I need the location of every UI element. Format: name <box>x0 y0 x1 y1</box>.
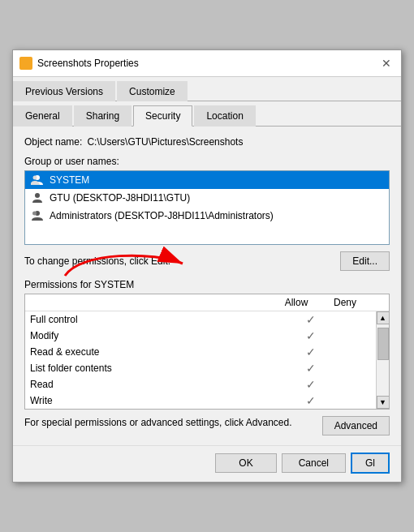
list-item-admins[interactable]: Administrators (DESKTOP-J8HDI11\Administ… <box>25 207 389 225</box>
perm-allow: ✓ <box>287 345 335 358</box>
perm-allow: ✓ <box>287 329 335 342</box>
title-bar: Screenshots Properties ✕ <box>13 50 401 77</box>
permissions-table: Allow Deny Full control ✓ Modify ✓ Read … <box>24 294 390 410</box>
perm-row-modify: Modify ✓ <box>25 328 389 344</box>
perm-name: Read & execute <box>30 346 287 358</box>
svg-point-6 <box>32 212 37 216</box>
col-allow: Allow <box>272 297 321 308</box>
tab-general[interactable]: General <box>13 105 72 127</box>
edit-button[interactable]: Edit... <box>340 251 390 271</box>
group-label: Group or user names: <box>24 156 390 167</box>
tab-row-1: Previous Versions Customize <box>13 77 401 101</box>
advanced-row: For special permissions or advanced sett… <box>24 416 390 435</box>
tab-row-2: General Sharing Security Location <box>13 101 401 127</box>
title-bar-left: Screenshots Properties <box>19 57 139 70</box>
permissions-header: Allow Deny <box>25 294 389 311</box>
close-button[interactable]: ✕ <box>378 55 395 71</box>
col-name <box>30 297 272 308</box>
perm-allow: ✓ <box>287 313 335 326</box>
edit-note: To change permissions, click Edit. <box>24 255 340 267</box>
ok-button[interactable]: OK <box>215 453 276 473</box>
system-icon <box>30 174 45 187</box>
content-area: Object name: C:\Users\GTU\Pictures\Scree… <box>13 127 401 445</box>
perm-row-full-control: Full control ✓ <box>25 311 389 328</box>
advanced-note: For special permissions or advanced sett… <box>24 416 316 430</box>
permissions-body: Full control ✓ Modify ✓ Read & execute ✓… <box>25 311 389 409</box>
apply-button[interactable]: Gl <box>351 453 390 474</box>
svg-point-4 <box>35 193 40 198</box>
col-deny: Deny <box>321 297 369 308</box>
edit-row: To change permissions, click Edit. Edit.… <box>24 251 390 271</box>
perm-name: Read <box>30 379 287 390</box>
permissions-label: Permissions for SYSTEM <box>24 279 390 290</box>
advanced-button[interactable]: Advanced <box>322 416 390 435</box>
tab-security[interactable]: Security <box>133 105 192 127</box>
scroll-thumb[interactable] <box>377 328 389 360</box>
cancel-button[interactable]: Cancel <box>282 453 346 473</box>
scroll-down-arrow[interactable]: ▼ <box>377 396 390 409</box>
admins-name: Administrators (DESKTOP-J8HDI11\Administ… <box>50 210 274 221</box>
perm-row-read-execute: Read & execute ✓ <box>25 344 389 360</box>
scroll-up-arrow[interactable]: ▲ <box>377 311 390 324</box>
perm-name: Full control <box>30 314 287 325</box>
perm-row-write: Write ✓ <box>25 393 389 409</box>
perm-name: Write <box>30 395 287 406</box>
perm-row-list-folder: List folder contents ✓ <box>25 360 389 376</box>
tab-previous-versions[interactable]: Previous Versions <box>13 81 115 101</box>
list-item-system[interactable]: SYSTEM <box>25 171 389 189</box>
perm-allow: ✓ <box>287 378 335 391</box>
svg-point-3 <box>33 176 37 180</box>
perm-row-read: Read ✓ <box>25 376 389 393</box>
svg-rect-0 <box>20 60 32 68</box>
tab-customize[interactable]: Customize <box>117 81 188 101</box>
perm-name: List folder contents <box>30 363 287 374</box>
window-title: Screenshots Properties <box>37 58 139 69</box>
properties-dialog: Screenshots Properties ✕ Previous Versio… <box>12 49 402 483</box>
object-name-value: C:\Users\GTU\Pictures\Screenshots <box>87 136 243 148</box>
user-icon <box>30 191 45 204</box>
folder-icon <box>19 57 32 70</box>
perm-allow: ✓ <box>287 362 335 375</box>
tab-location[interactable]: Location <box>194 105 255 127</box>
perm-allow: ✓ <box>287 394 335 407</box>
permissions-scrollbar[interactable]: ▲ ▼ <box>376 311 389 409</box>
col-scroll-spacer <box>369 297 384 308</box>
admins-icon <box>30 209 45 222</box>
list-item-gtu[interactable]: GTU (DESKTOP-J8HDI11\GTU) <box>25 189 389 207</box>
perm-name: Modify <box>30 330 287 341</box>
users-listbox[interactable]: SYSTEM GTU (DESKTOP-J8HDI11\GTU) <box>24 170 390 245</box>
bottom-buttons: OK Cancel Gl <box>13 445 401 482</box>
object-name-row: Object name: C:\Users\GTU\Pictures\Scree… <box>24 136 390 148</box>
gtu-name: GTU (DESKTOP-J8HDI11\GTU) <box>50 192 190 204</box>
system-name: SYSTEM <box>50 174 89 186</box>
svg-rect-1 <box>20 58 25 61</box>
tab-sharing[interactable]: Sharing <box>74 105 132 127</box>
object-name-label: Object name: <box>24 136 82 148</box>
